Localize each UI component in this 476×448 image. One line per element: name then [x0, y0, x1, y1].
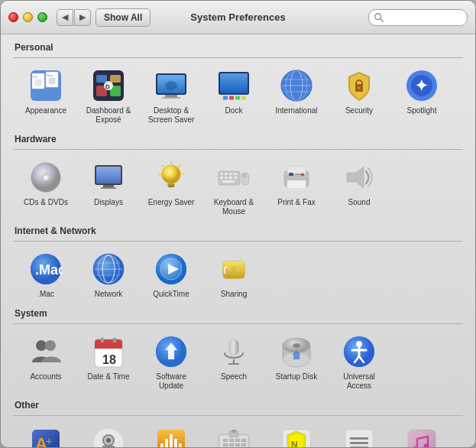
pref-item-synergy[interactable]: Synergy [392, 422, 452, 447]
pref-item-quicktime[interactable]: QuickTime [141, 248, 201, 302]
sound-label: Sound [348, 198, 371, 207]
section-internet-network: Internet & Network [13, 226, 463, 302]
pref-item-sound[interactable]: Sound [329, 156, 389, 219]
pref-item-print-fax[interactable]: Print & Fax [267, 156, 326, 219]
pref-item-control-center[interactable]: Control Center [79, 422, 138, 447]
svg-text:.Mac: .Mac [35, 262, 63, 278]
minimize-button[interactable] [23, 12, 33, 22]
svg-rect-167 [350, 446, 368, 447]
hardware-items-grid: CDs & DVDs [13, 156, 463, 219]
energy-saver-label: Energy Saver [148, 198, 195, 207]
personal-items-grid: File New Appearance [13, 64, 463, 128]
pref-item-accounts[interactable]: Accounts [16, 330, 76, 394]
cds-dvds-label: CDs & DVDs [24, 198, 68, 207]
section-title-hardware: Hardware [13, 134, 463, 144]
svg-point-122 [293, 343, 300, 348]
divider-personal [13, 57, 463, 58]
print-fax-icon [278, 159, 315, 196]
svg-text:D: D [105, 83, 110, 90]
svg-rect-148 [179, 443, 182, 447]
pref-item-dashboard[interactable]: D Dashboard & Exposé [79, 64, 138, 128]
pref-item-norton-quickmenu[interactable]: Norton QuickMenu [329, 422, 389, 447]
pref-item-speech[interactable]: Speech [204, 330, 264, 394]
accounts-label: Accounts [30, 372, 61, 381]
divider-internet [13, 241, 463, 242]
svg-rect-8 [49, 78, 55, 84]
svg-rect-55 [168, 182, 174, 184]
svg-line-59 [179, 165, 180, 167]
pref-item-network[interactable]: Network [79, 248, 138, 302]
pref-item-international[interactable]: International [267, 64, 326, 128]
show-all-button[interactable]: Show All [96, 8, 151, 27]
pref-item-detour[interactable]: Detour [141, 422, 201, 447]
pref-item-sharing[interactable]: Sharing [204, 248, 264, 302]
svg-rect-66 [229, 173, 232, 175]
search-icon [374, 12, 384, 23]
internet-items-grid: .Mac .Mac [13, 248, 463, 302]
svg-rect-65 [225, 173, 228, 175]
synergy-icon [403, 425, 440, 447]
svg-rect-147 [174, 439, 177, 447]
pref-item-appearance[interactable]: File New Appearance [16, 64, 76, 128]
pref-item-cds-dvds[interactable]: CDs & DVDs [16, 156, 76, 219]
section-other: Other [13, 400, 463, 447]
section-title-other: Other [13, 400, 463, 411]
svg-rect-115 [229, 339, 238, 355]
sharing-label: Sharing [221, 290, 247, 299]
pref-item-mmkbd[interactable]: MMKbd [204, 422, 264, 447]
divider-other [13, 415, 463, 416]
forward-button[interactable]: ▶ [74, 9, 91, 26]
svg-line-60 [162, 165, 164, 167]
zoom-button[interactable] [37, 12, 47, 22]
divider-system [13, 323, 463, 324]
svg-rect-108 [101, 338, 104, 342]
speech-label: Speech [221, 372, 247, 381]
back-button[interactable]: ◀ [57, 9, 73, 26]
svg-rect-144 [160, 443, 164, 447]
window-title: System Preferences [190, 11, 285, 23]
pref-item-mac[interactable]: .Mac .Mac [16, 248, 76, 302]
universal-access-icon [341, 333, 377, 370]
svg-point-82 [301, 174, 304, 177]
appearance-label: Appearance [25, 106, 66, 115]
pref-item-energy[interactable]: Energy Saver [141, 156, 201, 219]
pref-item-startup-disk[interactable]: Startup Disk [267, 330, 326, 394]
svg-rect-29 [241, 96, 246, 100]
pref-item-app-enhancer[interactable]: A + Application Enhancer [16, 422, 76, 447]
pref-item-displays[interactable]: Displays [79, 156, 138, 219]
pref-item-dock[interactable]: Dock [204, 64, 264, 128]
svg-rect-166 [350, 442, 368, 444]
svg-rect-109 [113, 338, 116, 342]
app-enhancer-icon: A + [28, 425, 64, 447]
search-input[interactable] [386, 13, 462, 22]
pref-item-datetime[interactable]: 18 S M T W T F S Date & Time [79, 330, 138, 394]
close-button[interactable] [8, 12, 18, 22]
pref-item-security[interactable]: Security [329, 64, 389, 128]
cds-dvds-icon [28, 159, 64, 196]
mac-label: .Mac [37, 290, 54, 299]
svg-rect-51 [103, 185, 114, 187]
pref-item-universal-access[interactable]: Universal Access [329, 330, 389, 394]
system-items-grid: Accounts 18 S M T W T F S [13, 330, 463, 394]
svg-point-101 [231, 266, 237, 272]
dock-label: Dock [225, 106, 243, 115]
startup-disk-label: Startup Disk [276, 372, 317, 381]
svg-rect-5 [35, 80, 41, 86]
pref-item-keyboard[interactable]: Keyboard & Mouse [204, 156, 264, 219]
svg-rect-69 [225, 177, 228, 179]
svg-rect-56 [167, 184, 175, 186]
svg-rect-153 [223, 439, 228, 442]
svg-point-19 [165, 81, 177, 90]
software-update-label: Software Update [144, 372, 198, 391]
desktop-icon [153, 67, 189, 104]
svg-rect-72 [222, 180, 235, 183]
pref-item-desktop[interactable]: Desktop & Screen Saver [141, 64, 201, 128]
spotlight-label: Spotlight [407, 106, 437, 115]
pref-item-norton-autoprotect[interactable]: N Norton Auto-Protect [267, 422, 326, 447]
svg-rect-67 [234, 173, 237, 175]
svg-text:N: N [291, 440, 298, 447]
svg-text:S M T W T F S: S M T W T F S [98, 351, 123, 355]
control-center-icon [90, 425, 127, 447]
pref-item-spotlight[interactable]: ✦ Spotlight [392, 64, 452, 128]
pref-item-software-update[interactable]: Software Update [141, 330, 201, 394]
